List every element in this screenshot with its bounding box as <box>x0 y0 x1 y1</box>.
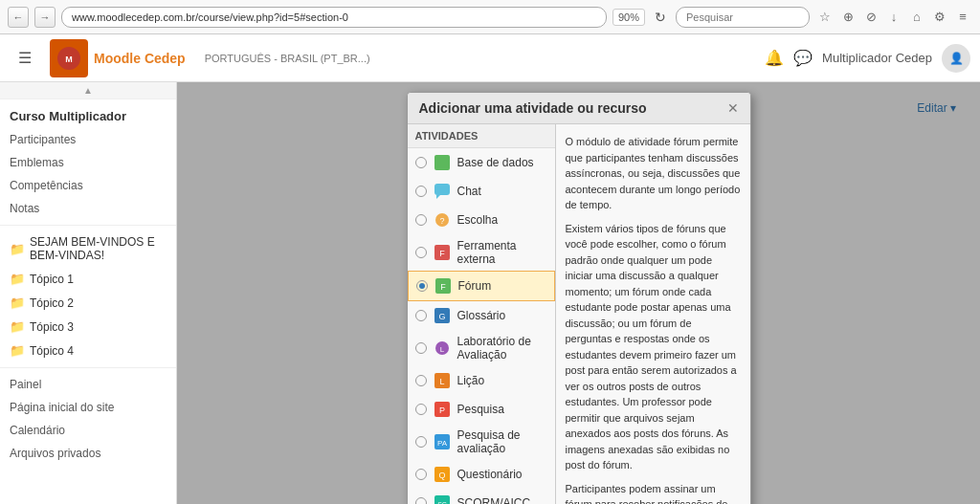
browser-top-bar: ← → 90% ↻ ☆ ⊕ ⊘ ↓ ⌂ ⚙ ≡ <box>0 0 980 34</box>
label-base-dados: Base de dados <box>457 156 534 169</box>
download-icon[interactable]: ↓ <box>884 8 903 27</box>
back-button[interactable]: ← <box>8 7 29 28</box>
sidebar-divider-2 <box>0 367 176 368</box>
browser-search[interactable] <box>676 7 810 28</box>
activity-item-questionario[interactable]: Q Questionário <box>408 460 555 489</box>
notification-bell[interactable]: 🔔 <box>765 49 784 67</box>
sidebar-item-calendario[interactable]: Calendário <box>0 419 176 442</box>
activities-section-label: ATIVIDADES <box>408 124 555 148</box>
sidebar-item-pagina-inicial[interactable]: Página inicial do site <box>0 396 176 419</box>
label-licao: Lição <box>457 374 485 387</box>
activity-item-licao[interactable]: L Lição <box>408 366 555 395</box>
activity-item-chat[interactable]: Chat <box>408 177 555 206</box>
activity-item-ferramenta[interactable]: F Ferramenta externa <box>408 234 555 271</box>
icon-pesquisa: P <box>433 400 452 419</box>
moodle-navbar: ☰ M Moodle Cedep PORTUGUÊS - BRASIL (PT_… <box>0 34 980 82</box>
icon-pesquisa-avaliacao: PA <box>433 432 452 451</box>
radio-questionario[interactable] <box>415 469 427 480</box>
sidebar-title: Curso Multiplicador <box>0 99 176 128</box>
sidebar-item-arquivos[interactable]: Arquivos privados <box>0 442 176 465</box>
shield-icon[interactable]: ⊘ <box>861 8 880 27</box>
label-ferramenta: Ferramenta externa <box>457 239 547 266</box>
topico2-label: Tópico 2 <box>30 296 74 310</box>
user-avatar[interactable]: 👤 <box>942 44 970 73</box>
competencias-label: Competências <box>10 179 83 192</box>
activity-item-pesquisa-avaliacao[interactable]: PA Pesquisa de avaliação <box>408 424 555 460</box>
activity-item-base-dados[interactable]: Base de dados <box>408 148 555 177</box>
sidebar-item-competencias[interactable]: Competências <box>0 174 176 197</box>
activity-item-pesquisa[interactable]: P Pesquisa <box>408 395 555 424</box>
content-area: Editar ▾ SEJAM BEM- Adicionar uma ativid… <box>177 82 980 504</box>
svg-text:L: L <box>439 345 444 354</box>
modal-body: ATIVIDADES Base de dados <box>408 124 750 504</box>
label-laboratorio: Laboratório de Avaliação <box>457 335 547 362</box>
activity-modal: Adicionar uma atividade ou recurso ✕ ATI… <box>407 92 751 504</box>
forward-button[interactable]: → <box>34 7 56 28</box>
sidebar-item-bem-vindos[interactable]: 📁 SEJAM BEM-VINDOS E BEM-VINDAS! <box>0 230 176 267</box>
modal-header: Adicionar uma atividade ou recurso ✕ <box>408 93 750 124</box>
label-glossario: Glossário <box>457 309 506 322</box>
sidebar-item-painel[interactable]: Painel <box>0 373 176 396</box>
emblemas-label: Emblemas <box>10 156 64 169</box>
bookmark-icon[interactable]: ☆ <box>815 8 835 27</box>
sidebar: ▲ Curso Multiplicador Participantes Embl… <box>0 82 177 504</box>
radio-ferramenta[interactable] <box>415 247 427 258</box>
icon-forum: F <box>434 276 453 296</box>
svg-text:M: M <box>65 55 73 64</box>
radio-licao[interactable] <box>415 375 427 386</box>
radio-laboratorio[interactable] <box>415 342 427 354</box>
icon-scorm: SC <box>433 493 452 504</box>
messages-icon[interactable]: 💬 <box>793 49 813 67</box>
url-bar[interactable] <box>61 7 607 28</box>
radio-scorm[interactable] <box>415 497 427 504</box>
user-name: Multiplicador Cedep <box>822 51 932 65</box>
logo-text: Moodle Cedep <box>94 51 186 66</box>
activity-item-scorm[interactable]: SC SCORM/AICC <box>408 489 555 504</box>
logo-box: M <box>50 39 88 77</box>
sidebar-item-participantes[interactable]: Participantes <box>0 128 176 151</box>
svg-text:L: L <box>439 377 444 386</box>
zoom-level: 90% <box>612 9 645 26</box>
radio-base-dados[interactable] <box>415 157 427 168</box>
modal-overlay: Adicionar uma atividade ou recurso ✕ ATI… <box>177 82 980 504</box>
hamburger-button[interactable]: ☰ <box>10 43 40 74</box>
icon-licao: L <box>433 371 452 390</box>
activity-item-laboratorio[interactable]: L Laboratório de Avaliação <box>408 330 555 366</box>
sidebar-item-topico4[interactable]: 📁 Tópico 4 <box>0 339 176 362</box>
activity-item-glossario[interactable]: G Glossário <box>408 301 555 330</box>
modal-close-button[interactable]: ✕ <box>727 100 739 116</box>
home-icon[interactable]: ⌂ <box>907 8 926 27</box>
icon-ferramenta: F <box>433 243 452 262</box>
reload-button[interactable]: ↻ <box>651 8 670 27</box>
extensions-icon[interactable]: ⚙ <box>930 8 949 27</box>
radio-glossario[interactable] <box>415 310 427 321</box>
language-selector[interactable]: PORTUGUÊS - BRASIL (PT_BR...) <box>205 53 370 64</box>
bem-vindos-label: SEJAM BEM-VINDOS E BEM-VINDAS! <box>30 235 167 262</box>
svg-text:Q: Q <box>438 471 445 480</box>
folder-icon-2: 📁 <box>10 296 25 310</box>
radio-pesquisa[interactable] <box>415 404 427 415</box>
description-para-2: Existem vários tipos de fóruns que você … <box>566 221 741 473</box>
menu-icon[interactable]: ≡ <box>953 8 972 27</box>
main-layout: ▲ Curso Multiplicador Participantes Embl… <box>0 82 980 504</box>
activity-item-forum[interactable]: F Fórum <box>408 271 555 301</box>
svg-text:G: G <box>438 312 445 321</box>
sidebar-item-topico3[interactable]: 📁 Tópico 3 <box>0 315 176 339</box>
radio-pesquisa-avaliacao[interactable] <box>415 436 427 448</box>
history-icon[interactable]: ⊕ <box>838 8 858 27</box>
label-questionario: Questionário <box>457 468 523 481</box>
sidebar-item-notas[interactable]: Notas <box>0 197 176 220</box>
label-chat: Chat <box>457 185 481 198</box>
sidebar-item-emblemas[interactable]: Emblemas <box>0 151 176 174</box>
sidebar-scroll-up[interactable]: ▲ <box>0 82 176 99</box>
activity-item-escolha[interactable]: ? Escolha <box>408 206 555 234</box>
radio-chat[interactable] <box>415 186 427 197</box>
radio-forum[interactable] <box>416 280 428 292</box>
sidebar-item-topico2[interactable]: 📁 Tópico 2 <box>0 291 176 315</box>
folder-icon-3: 📁 <box>10 319 25 334</box>
radio-escolha[interactable] <box>415 214 427 226</box>
svg-text:?: ? <box>439 216 444 226</box>
label-forum: Fórum <box>458 279 492 293</box>
sidebar-item-topico1[interactable]: 📁 Tópico 1 <box>0 267 176 291</box>
icon-questionario: Q <box>433 465 452 484</box>
